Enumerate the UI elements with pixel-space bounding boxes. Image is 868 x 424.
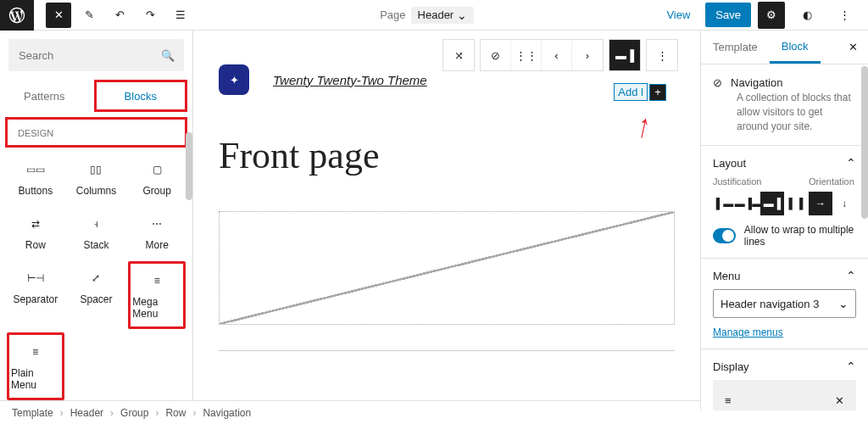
crumb[interactable]: Navigation <box>203 407 251 419</box>
menu-select[interactable]: Header navigation 3⌄ <box>713 289 856 318</box>
block-buttons[interactable]: ▭▭Buttons <box>7 153 64 204</box>
justify-left[interactable]: ▌▬ <box>713 192 737 215</box>
separator <box>219 350 675 351</box>
justification-label: Justification <box>713 176 808 187</box>
block-group[interactable]: ▢Group <box>128 153 186 204</box>
nav-block-icon[interactable]: ⊘ <box>481 40 511 70</box>
wordpress-logo[interactable] <box>0 0 34 31</box>
edit-icon[interactable]: ✎ <box>76 3 102 28</box>
scrollbar[interactable] <box>861 66 868 219</box>
block-stack[interactable]: ⫞Stack <box>68 207 125 258</box>
tab-template[interactable]: Template <box>701 31 770 64</box>
save-button[interactable]: Save <box>705 3 751 27</box>
editor-canvas[interactable]: ⤨ ⊘ ⋮⋮ ‹ › ▬▐ ⋮ ✦ Twenty Twenty-Two Them… <box>193 31 700 410</box>
more-options-button[interactable]: ⋮ <box>832 3 857 28</box>
block-separator[interactable]: ⊢⊣Separator <box>7 261 64 329</box>
crumb[interactable]: Row <box>165 407 186 419</box>
block-row[interactable]: ⇄Row <box>7 207 64 258</box>
layout-panel-toggle[interactable]: Layout⌃ <box>713 156 856 170</box>
section-design: DESIGN <box>5 117 187 148</box>
plus-icon[interactable]: + <box>649 84 666 101</box>
site-title[interactable]: Twenty Twenty-Two Theme <box>273 73 427 87</box>
styles-button[interactable]: ◐ <box>794 3 820 28</box>
search-input[interactable]: 🔍 <box>8 39 184 71</box>
display-panel-toggle[interactable]: Display⌃ <box>713 360 856 373</box>
justify-center[interactable]: ▬▐▬ <box>737 192 760 215</box>
crumb[interactable]: Header <box>70 407 103 419</box>
close-icon: ✕ <box>835 394 844 407</box>
manage-menus-link[interactable]: Manage menus <box>713 326 783 338</box>
block-spacer[interactable]: ⤢Spacer <box>68 261 125 329</box>
close-panel-icon[interactable]: ✕ <box>838 41 868 53</box>
settings-button[interactable]: ⚙ <box>758 2 785 29</box>
toolbar-more-icon[interactable]: ⋮ <box>647 40 677 70</box>
page-label: Page <box>380 8 405 21</box>
orientation-label: Orientation <box>809 176 856 187</box>
tab-block[interactable]: Block <box>770 31 821 64</box>
crumb[interactable]: Template <box>12 407 53 419</box>
block-description: A collection of blocks that allow visito… <box>737 91 856 133</box>
align-icon[interactable]: ▬▐ <box>609 40 640 70</box>
vertical-icon[interactable]: ↓ <box>832 192 856 215</box>
block-toolbar: ⤨ ⊘ ⋮⋮ ‹ › ▬▐ ⋮ <box>442 39 678 71</box>
page-title[interactable]: Front page <box>219 134 675 177</box>
wrap-label: Allow to wrap to multiple lines <box>744 224 856 248</box>
close-editor-button[interactable]: ✕ <box>46 3 71 28</box>
scrollbar[interactable] <box>186 132 192 200</box>
wrap-toggle[interactable] <box>713 228 736 243</box>
redo-button[interactable]: ↷ <box>137 3 163 28</box>
shuffle-icon[interactable]: ⤨ <box>443 40 474 70</box>
horizontal-icon[interactable]: → <box>809 192 832 215</box>
add-nav-link[interactable]: Add l+ <box>614 83 666 101</box>
list-view-button[interactable]: ☰ <box>168 3 193 28</box>
image-placeholder[interactable] <box>219 211 675 325</box>
tab-patterns[interactable]: Patterns <box>0 80 89 112</box>
drag-handle-icon[interactable]: ⋮⋮ <box>511 40 542 70</box>
block-type-name: Navigation <box>731 76 782 89</box>
block-columns[interactable]: ▯▯Columns <box>68 153 125 204</box>
next-button[interactable]: › <box>572 40 603 70</box>
tab-blocks[interactable]: Blocks <box>94 80 188 112</box>
block-plain-menu[interactable]: ≡Plain Menu <box>7 332 64 400</box>
justify-between[interactable]: ▌▐ <box>784 192 808 215</box>
prev-button[interactable]: ‹ <box>542 40 572 70</box>
undo-button[interactable]: ↶ <box>107 3 132 28</box>
breadcrumb: Template› Header› Group› Row› Navigation <box>0 400 700 424</box>
justify-right[interactable]: ▬▐ <box>760 192 784 215</box>
view-button[interactable]: View <box>658 3 698 26</box>
inserter-panel: 🔍 Patterns Blocks DESIGN ▭▭Buttons ▯▯Col… <box>0 31 193 410</box>
navigation-icon: ⊘ <box>713 76 722 89</box>
settings-panel: Template Block ✕ ⊘Navigation A collectio… <box>700 31 868 410</box>
hamburger-icon: ≡ <box>725 394 732 407</box>
block-mega-menu[interactable]: ≡Mega Menu <box>128 261 186 329</box>
search-icon: 🔍 <box>161 49 175 62</box>
block-more[interactable]: ⋯More <box>128 207 186 258</box>
page-selector[interactable]: Header ⌄ <box>411 7 475 24</box>
menu-panel-toggle[interactable]: Menu⌃ <box>713 269 856 282</box>
site-logo[interactable]: ✦ <box>219 64 249 95</box>
crumb[interactable]: Group <box>120 407 148 419</box>
